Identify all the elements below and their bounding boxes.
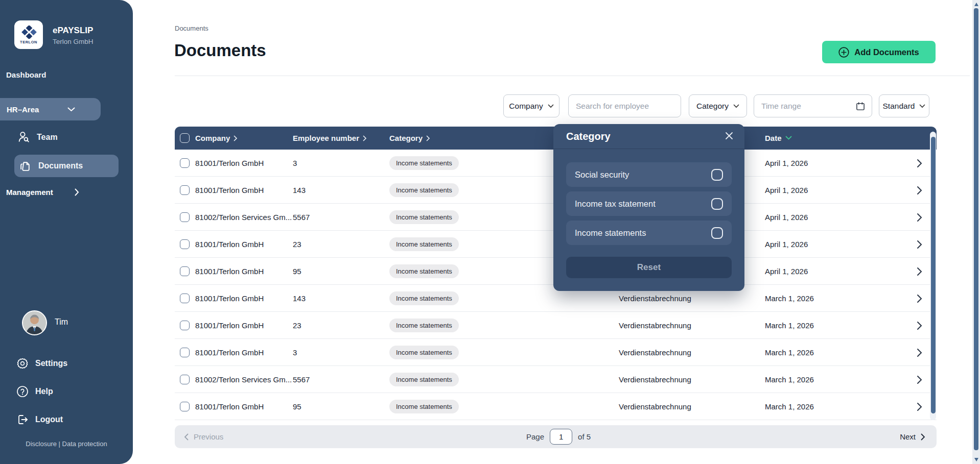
category-filter-dropdown[interactable]: Category	[689, 94, 747, 117]
sidebar-item-dashboard[interactable]: Dashboard	[6, 70, 46, 79]
row-chevron-right-icon[interactable]	[917, 393, 922, 420]
column-header-employee-number[interactable]: Employee number	[293, 127, 367, 150]
row-employee-number: 95	[293, 393, 301, 420]
next-page-button[interactable]: Next	[900, 432, 925, 441]
row-checkbox[interactable]	[180, 266, 190, 276]
row-checkbox[interactable]	[180, 348, 190, 357]
column-label: Date	[765, 134, 782, 142]
column-header-category[interactable]: Category	[389, 127, 430, 150]
row-date: April 1, 2026	[765, 258, 808, 285]
documents-label: Documents	[38, 161, 83, 170]
category-option-checkbox[interactable]	[711, 198, 723, 210]
row-chevron-right-icon[interactable]	[917, 231, 922, 258]
row-chevron-right-icon[interactable]	[917, 312, 922, 339]
table-row[interactable]: 81001/Terlon GmbH 95 Income statements V…	[175, 393, 937, 420]
row-checkbox[interactable]	[180, 239, 190, 249]
category-option[interactable]: Income statements	[566, 221, 732, 245]
standard-view-label: Standard	[883, 102, 915, 111]
company-filter-label: Company	[509, 102, 543, 111]
hr-area-label: HR–Area	[7, 105, 50, 114]
row-chevron-right-icon[interactable]	[917, 177, 922, 204]
table-scrollbar-thumb[interactable]	[931, 137, 936, 413]
employee-search-box	[568, 94, 681, 117]
column-header-company[interactable]: Company	[195, 127, 238, 150]
row-employee-number: 5567	[293, 366, 310, 393]
row-chevron-right-icon[interactable]	[917, 150, 922, 177]
chevron-down-icon	[50, 107, 92, 112]
page-scrollbar-thumb[interactable]	[974, 8, 978, 450]
header-divider	[175, 76, 970, 76]
time-range-input[interactable]	[761, 102, 855, 111]
company-filter-dropdown[interactable]: Company	[503, 94, 559, 117]
row-employee-number: 143	[293, 177, 306, 204]
calendar-icon[interactable]	[855, 101, 866, 111]
row-document-name: Verdienstabrechnung	[619, 339, 691, 366]
row-checkbox[interactable]	[180, 294, 190, 303]
breadcrumb[interactable]: Documents	[175, 25, 208, 32]
brand-block: ePAYSLIP Terlon GmbH	[53, 26, 94, 45]
sidebar-item-help[interactable]: Help	[16, 385, 53, 398]
category-option[interactable]: Social security	[566, 162, 732, 187]
row-category-badge: Income statements	[389, 400, 459, 413]
row-checkbox[interactable]	[180, 375, 190, 384]
row-chevron-right-icon[interactable]	[917, 366, 922, 393]
category-option-checkbox[interactable]	[711, 169, 723, 181]
chevron-right-icon	[54, 188, 101, 196]
row-date: April 1, 2026	[765, 231, 808, 258]
table-row[interactable]: 81001/Terlon GmbH 3 Income statements Ve…	[175, 339, 937, 366]
add-documents-label: Add Documents	[854, 47, 919, 57]
page-number-input[interactable]	[550, 429, 572, 445]
row-category-badge: Income statements	[389, 264, 459, 278]
category-option[interactable]: Income tax statement	[566, 191, 732, 216]
column-header-date[interactable]: Date	[765, 127, 792, 150]
row-checkbox[interactable]	[180, 402, 190, 411]
row-company: 81001/Terlon GmbH	[195, 285, 264, 312]
previous-page-button[interactable]: Previous	[184, 432, 223, 441]
row-company: 81001/Terlon GmbH	[195, 231, 264, 258]
next-label: Next	[900, 432, 916, 441]
row-checkbox[interactable]	[180, 185, 190, 195]
scroll-up-arrow-icon[interactable]	[974, 3, 978, 6]
sidebar-item-settings[interactable]: Settings	[16, 357, 67, 370]
sidebar-item-hr-area[interactable]: HR–Area	[0, 98, 101, 120]
standard-view-dropdown[interactable]: Standard	[879, 94, 929, 117]
sidebar-item-logout[interactable]: Logout	[16, 413, 63, 426]
table-row[interactable]: 81002/Terlon Services Gm... 5567 Income …	[175, 366, 937, 393]
row-chevron-right-icon[interactable]	[917, 258, 922, 285]
row-company: 81001/Terlon GmbH	[195, 150, 264, 177]
previous-label: Previous	[194, 432, 223, 441]
chevron-down-icon	[919, 104, 925, 108]
sidebar-item-documents[interactable]: Documents	[14, 155, 119, 177]
row-checkbox[interactable]	[180, 158, 190, 168]
page-title: Documents	[174, 41, 266, 60]
sidebar-item-management[interactable]: Management	[6, 188, 101, 197]
close-icon[interactable]	[725, 132, 733, 141]
category-option-label: Social security	[575, 170, 711, 180]
reset-button[interactable]: Reset	[566, 257, 732, 278]
row-chevron-right-icon[interactable]	[917, 204, 922, 231]
logout-label: Logout	[35, 415, 63, 424]
select-all-checkbox[interactable]	[180, 133, 190, 143]
row-employee-number: 95	[293, 258, 301, 285]
scroll-down-arrow-icon[interactable]	[974, 458, 978, 461]
row-document-name: Verdienstabrechnung	[619, 366, 691, 393]
row-chevron-right-icon[interactable]	[917, 339, 922, 366]
sidebar-item-team[interactable]: Team	[17, 131, 58, 143]
avatar-photo	[23, 311, 46, 334]
add-documents-button[interactable]: Add Documents	[822, 41, 936, 63]
pagination-bar: Previous Page of 5 Next	[175, 425, 937, 448]
legal-links[interactable]: Disclosure | Data protection	[0, 440, 133, 448]
row-checkbox[interactable]	[180, 212, 190, 222]
category-option-checkbox[interactable]	[711, 227, 723, 239]
row-chevron-right-icon[interactable]	[917, 285, 922, 312]
row-checkbox[interactable]	[180, 321, 190, 330]
row-category-badge: Income statements	[389, 210, 459, 224]
table-row[interactable]: 81001/Terlon GmbH 23 Income statements V…	[175, 312, 937, 339]
team-search-icon	[17, 131, 30, 143]
category-option-label: Income statements	[575, 228, 711, 238]
popup-header: Category	[553, 124, 744, 149]
employee-search-input[interactable]	[569, 102, 681, 111]
row-category-badge: Income statements	[389, 319, 459, 332]
avatar[interactable]	[22, 310, 47, 335]
logo-diamonds-icon	[20, 26, 37, 39]
